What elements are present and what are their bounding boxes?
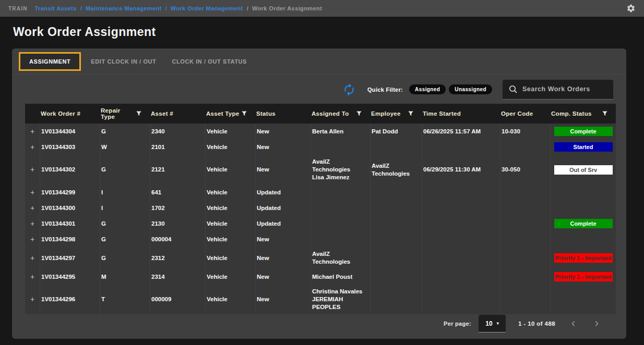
cell-employee: Pat Dodd [370,124,422,139]
table-row: +1V01344299I641VehicleUpdated [25,184,616,200]
refresh-icon[interactable] [342,83,356,96]
expand-row-plus-icon[interactable]: + [30,273,34,281]
expand-row-plus-icon[interactable]: + [30,236,34,243]
expand-row-plus-icon[interactable]: + [30,254,34,262]
cell-text: 1V01344295 [41,273,75,281]
cell-repair-type: W [100,139,150,155]
cell-text: New [257,236,269,243]
cell-employee [370,247,422,269]
cell-text: Vehicle [207,220,228,228]
cell-text: 1V01344299 [41,189,75,196]
breadcrumb-separator: / [80,5,82,11]
expand-row-plus-icon[interactable]: + [30,189,34,196]
cell-text: 06/29/2025 11:30 AM [423,166,481,174]
cell-comp-status: Complete [550,216,616,231]
expand-row-plus-icon[interactable]: + [30,204,34,212]
cell-status: Updated [255,184,311,200]
tab-edit-clock-in-out[interactable]: EDIT CLOCK IN / OUT [83,53,164,70]
breadcrumb-item[interactable]: Maintenance Management [86,5,162,11]
cell-assigned-to: AvailZ Technologies Lisa Jimenez [311,155,370,184]
cell-oper-code [500,139,550,155]
cell-text: New [257,273,269,281]
cell-text: Michael Poust [312,273,352,281]
search-input[interactable] [522,85,607,93]
expand-row-plus-icon[interactable]: + [30,220,34,228]
cell-text: 06/26/2025 11:57 AM [423,128,481,135]
cell-work-order: 1V01344298 [40,231,100,247]
cell-work-order: 1V01344302 [40,155,100,184]
cell-text: Vehicle [207,143,228,151]
cell-text: Updated [257,189,281,196]
cell-employee [370,200,422,216]
expand-row-plus-icon[interactable]: + [30,128,34,135]
cell-text: I [101,204,103,212]
cell-status: New [255,124,311,139]
column-header-assigned-to: Assigned To [311,110,370,117]
settings-gear-icon[interactable] [626,4,636,13]
table-row: +1V01344300I1702VehicleUpdated [25,200,616,216]
cell-work-order: 1V01344304 [40,124,100,139]
cell-text: G [101,166,106,174]
per-page-select[interactable]: 10 ▾ [479,315,506,332]
cell-text: Vehicle [207,204,228,212]
cell-employee: AvailZ Technologies [370,155,422,184]
cell-text: G [101,128,106,135]
expand-cell: + [25,200,40,216]
expand-cell: + [25,269,40,285]
tab-assignment[interactable]: ASSIGNMENT [19,52,81,71]
quick-filter-label: Quick Filter: [367,87,403,93]
search-box [503,80,613,100]
column-header-work-order: Work Order # [40,110,100,117]
cell-asset: 2312 [150,247,205,269]
cell-oper-code [500,216,550,231]
expand-cell: + [25,216,40,231]
table-header-row: Work Order #Repair TypeAsset #Asset Type… [25,104,616,124]
filter-funnel-icon[interactable] [136,111,141,116]
cell-repair-type: G [100,155,150,184]
column-header-employee: Employee [370,110,422,117]
cell-assigned-to [311,200,370,216]
filter-funnel-icon[interactable] [242,111,247,116]
expand-row-plus-icon[interactable]: + [30,143,34,151]
cell-text: T [101,295,105,303]
cell-text: G [101,220,106,228]
cell-text: 1702 [151,204,165,212]
filter-funnel-icon[interactable] [602,111,607,116]
cell-text: 30-050 [502,166,520,174]
expand-row-plus-icon[interactable]: + [30,166,34,174]
cell-text: 1V01344304 [41,128,75,135]
cell-time-started [422,231,500,247]
breadcrumb-item[interactable]: Work Order Management [171,5,243,11]
cell-time-started: 06/26/2025 11:57 AM [422,124,500,139]
next-page-button[interactable] [589,320,604,327]
cell-comp-status [550,231,616,247]
breadcrumb-item: Work Order Assignment [252,5,322,11]
comp-status-badge: Out of Srv [554,165,613,175]
cell-text: AvailZ Technologies Lisa Jimenez [312,158,366,181]
cell-work-order: 1V01344295 [40,269,100,285]
cell-time-started [422,139,500,155]
column-header-label: Repair Type [101,107,136,120]
expand-cell: + [25,184,40,200]
previous-page-button[interactable] [566,320,581,327]
column-header-label: Employee [371,110,401,117]
cell-text: Berta Allen [312,128,343,135]
cell-repair-type: G [100,231,150,247]
tab-clock-in-out-status[interactable]: CLOCK IN / OUT STATUS [164,53,255,70]
expand-cell: + [25,155,40,184]
table-row: +1V01344298G000004VehicleNew [25,231,616,247]
filter-funnel-icon[interactable] [408,111,413,116]
column-header-asset-type: Asset Type [205,110,255,117]
cell-asset: 2101 [150,139,205,155]
cell-text: 1V01344303 [41,143,75,151]
cell-time-started: 06/29/2025 11:30 AM [422,155,500,184]
filter-funnel-icon[interactable] [356,111,362,116]
quick-filter-assigned-button[interactable]: Assigned [409,84,446,94]
cell-text: Updated [257,204,281,212]
quick-filter-unassigned-button[interactable]: Unassigned [449,84,492,94]
cell-text: 2130 [151,220,165,228]
cell-time-started [422,269,500,285]
expand-row-plus-icon[interactable]: + [30,295,34,303]
expand-cell: + [25,139,40,155]
breadcrumb-item[interactable]: Transit Assets [35,5,77,11]
